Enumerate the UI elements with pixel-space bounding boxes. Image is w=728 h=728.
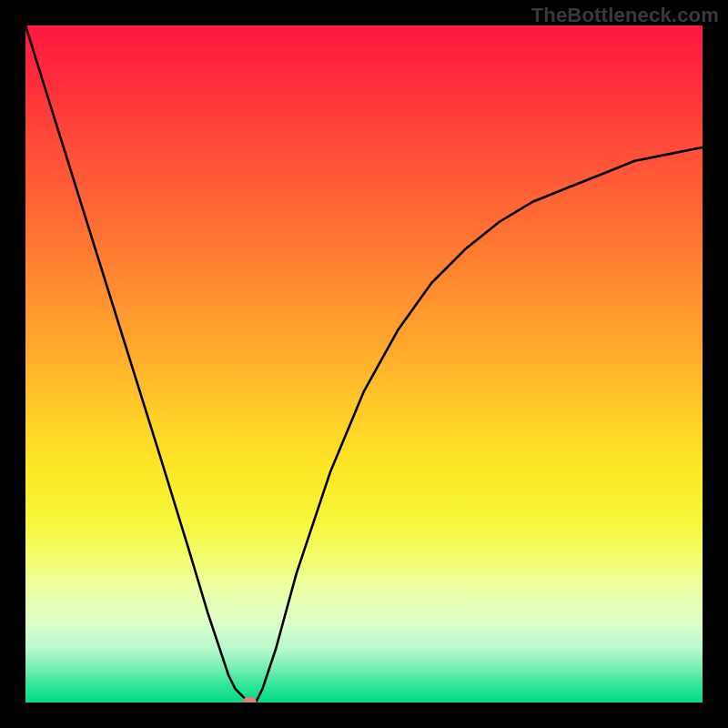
plot-area <box>25 25 703 703</box>
chart-frame: TheBottleneck.com <box>0 0 728 728</box>
minimum-marker <box>242 697 257 703</box>
bottleneck-curve <box>25 25 703 703</box>
curve-svg <box>25 25 703 703</box>
watermark-text: TheBottleneck.com <box>531 4 719 27</box>
